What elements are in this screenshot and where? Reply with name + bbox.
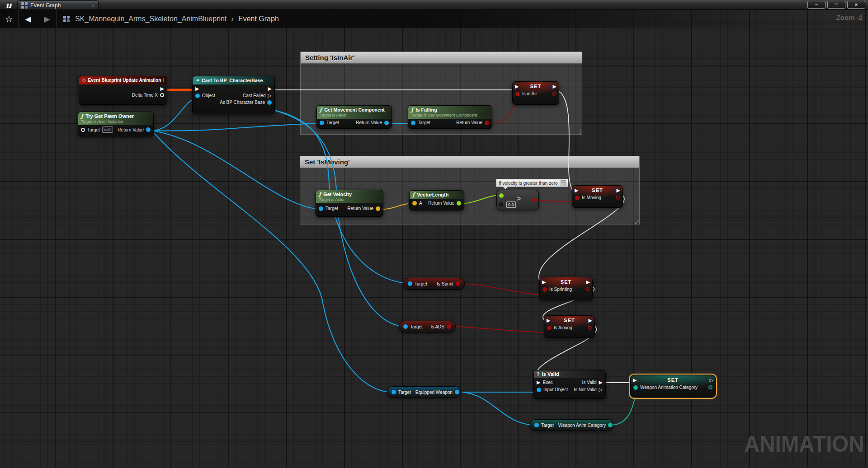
exec-out-pin[interactable]: ▶ xyxy=(553,84,557,89)
node-cast-to-bp-characterbase[interactable]: ↠ Cast To BP_CharacterBase ▶ ▶ Object Ca… xyxy=(192,76,275,114)
comment-title[interactable]: Set 'IsMoving' xyxy=(300,156,639,168)
breadcrumb-page[interactable]: Event Graph xyxy=(238,15,279,23)
output-value-pin[interactable] xyxy=(588,326,592,330)
target-pin[interactable] xyxy=(320,121,324,125)
node-event-blueprint-update-animation[interactable]: ◇ Event Blueprint Update Animation ▶ Del… xyxy=(79,76,167,105)
exec-out-pin[interactable]: ▶ xyxy=(268,86,272,91)
exec-out-pin[interactable]: ▷ xyxy=(709,378,713,383)
cast-failed-exec-pin[interactable]: ▷ xyxy=(268,93,272,98)
exec-out-pin[interactable]: ▶ xyxy=(586,280,590,285)
input-object-pin[interactable] xyxy=(537,388,541,392)
tab-event-graph[interactable]: Event Graph × xyxy=(17,0,99,9)
node-get-movement-component[interactable]: ƒ Get Movement Component Target is Pawn … xyxy=(316,105,392,129)
value-box[interactable]: 0.0 xyxy=(506,201,516,208)
target-pin[interactable] xyxy=(392,390,396,394)
is-sprinting-pin[interactable] xyxy=(542,287,547,292)
forward-button[interactable]: ▶ xyxy=(38,14,57,24)
as-bp-character-base-pin[interactable] xyxy=(267,100,272,105)
output-value-pin[interactable] xyxy=(616,196,620,200)
node-try-get-pawn-owner[interactable]: ƒ Try Get Pawn Owner Target is Anim Inst… xyxy=(78,112,154,136)
event-icon: ◇ xyxy=(82,77,85,83)
node-is-falling[interactable]: ƒ Is Falling Target is Nav Movement Comp… xyxy=(408,105,492,129)
exec-in-pin[interactable]: ▶ xyxy=(575,188,578,193)
exec-in-pin[interactable]: ▶ xyxy=(542,280,546,285)
pin-label: Delta Time X xyxy=(132,93,158,98)
maximize-button[interactable]: □ xyxy=(827,1,845,9)
exec-out-pin[interactable]: ▶ xyxy=(160,86,164,91)
output-value-pin[interactable] xyxy=(552,92,556,96)
node-greater-than[interactable]: 0.0 > xyxy=(496,190,539,210)
target-value-box[interactable]: self xyxy=(102,126,113,133)
is-valid-exec-pin[interactable]: ▶ xyxy=(599,380,603,385)
exec-in-pin[interactable]: ▶ xyxy=(547,318,550,323)
comment-title[interactable]: Setting 'IsInAir' xyxy=(301,52,582,64)
is-not-valid-exec-pin[interactable]: ▷ xyxy=(599,387,603,392)
object-pin[interactable] xyxy=(195,94,200,98)
close-button[interactable]: × xyxy=(847,1,865,9)
output-value-pin[interactable] xyxy=(585,287,590,291)
node-vector-length[interactable]: ƒ VectorLength A Return Value xyxy=(409,190,464,211)
node-set-is-in-air[interactable]: ▶ SET ▶ Is in Air xyxy=(512,81,559,105)
pin-label: Input Object xyxy=(543,387,568,392)
node-set-is-moving[interactable]: ▶ SET ▶ Is Moving xyxy=(572,185,623,208)
target-pin[interactable] xyxy=(81,128,85,132)
is-sprint-pin[interactable] xyxy=(456,281,460,286)
return-value-pin[interactable] xyxy=(457,201,461,206)
pin-label: Target xyxy=(87,127,100,132)
node-get-velocity[interactable]: ƒ Get Velocity Target is Actor Target Re… xyxy=(316,190,383,217)
comment-resize-handle[interactable] xyxy=(576,128,581,134)
node-subtitle: Target is Pawn xyxy=(320,113,389,117)
function-icon: ƒ xyxy=(319,191,321,197)
return-value-pin[interactable] xyxy=(384,121,389,125)
question-icon: ? xyxy=(537,371,540,377)
target-pin[interactable] xyxy=(534,423,539,427)
return-value-pin[interactable] xyxy=(485,121,489,125)
minimize-button[interactable]: – xyxy=(807,1,826,9)
comment-resize-handle[interactable] xyxy=(633,218,639,224)
target-pin[interactable] xyxy=(411,121,415,125)
tab-close-icon[interactable]: × xyxy=(92,3,94,8)
pin-label: Weapon Animation Category xyxy=(640,385,698,390)
blueprint-grid-icon xyxy=(63,16,70,22)
is-ads-pin[interactable] xyxy=(447,324,451,329)
target-pin[interactable] xyxy=(319,206,323,211)
target-pin[interactable] xyxy=(408,281,412,286)
node-get-is-sprint[interactable]: Target Is Sprint xyxy=(403,278,465,290)
node-get-is-ads[interactable]: Target Is ADS xyxy=(399,321,456,332)
exec-in-pin[interactable]: ▶ xyxy=(633,378,637,383)
node-is-valid[interactable]: ? Is Valid ▶ Exec Is Valid ▶ Input Objec… xyxy=(533,370,606,399)
input-a-pin[interactable] xyxy=(499,193,504,198)
weapon-animation-category-pin[interactable] xyxy=(633,385,638,390)
target-pin[interactable] xyxy=(403,324,408,329)
favorite-star-icon[interactable]: ☆ xyxy=(0,14,18,24)
input-b-pin[interactable] xyxy=(499,202,503,206)
node-enabled-indicator[interactable] xyxy=(163,78,164,82)
result-pin[interactable] xyxy=(532,198,537,202)
output-value-pin[interactable] xyxy=(708,385,712,389)
exec-in-pin[interactable]: ▶ xyxy=(537,380,540,385)
blueprint-editor-window: ANIMATION u Event Graph × – □ × ☆ ◀ ▶ SK… xyxy=(0,0,868,468)
delta-time-pin[interactable] xyxy=(160,93,164,97)
breadcrumb-asset[interactable]: SK_Mannequin_Arms_Skeleton_AnimBlueprint xyxy=(75,15,226,23)
exec-out-pin[interactable]: ▶ xyxy=(617,188,620,193)
node-set-weapon-animation-category[interactable]: ▶ SET ▷ Weapon Animation Category xyxy=(630,375,716,398)
exec-out-pin[interactable]: ▶ xyxy=(589,318,592,323)
node-get-equipped-weapon[interactable]: Target Equipped Weapon xyxy=(387,386,461,398)
exec-in-pin[interactable]: ▶ xyxy=(195,86,199,91)
is-moving-pin[interactable] xyxy=(575,196,580,200)
is-aiming-pin[interactable] xyxy=(547,326,552,330)
return-value-pin[interactable] xyxy=(146,127,151,132)
comment-bubble[interactable]: If velocity is greater than zero xyxy=(496,179,568,187)
exec-in-pin[interactable]: ▶ xyxy=(515,84,519,89)
pin-label: Target xyxy=(326,120,339,125)
back-button[interactable]: ◀ xyxy=(19,14,38,24)
is-in-air-pin[interactable] xyxy=(515,92,520,96)
bubble-pin-icon[interactable] xyxy=(561,180,566,186)
node-get-weapon-anim-category[interactable]: Target Weapon Anim Category xyxy=(530,419,613,431)
return-value-pin[interactable] xyxy=(376,206,380,211)
node-set-is-aiming[interactable]: ▶ SET ▶ Is Aiming xyxy=(544,315,595,338)
equipped-weapon-pin[interactable] xyxy=(455,390,459,394)
weapon-anim-category-pin[interactable] xyxy=(608,423,613,427)
node-set-is-sprinting[interactable]: ▶ SET ▶ Is Sprinting xyxy=(539,277,593,300)
a-pin[interactable] xyxy=(412,201,417,206)
